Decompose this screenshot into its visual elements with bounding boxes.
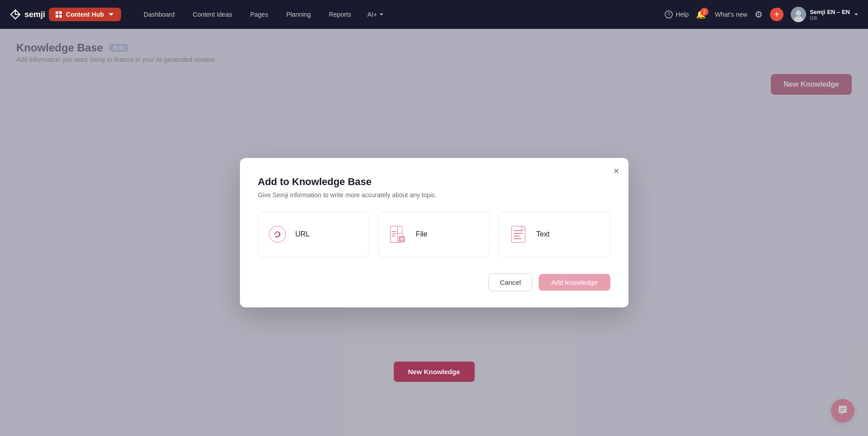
navbar-right: ? Help 🔔 2 What's new ⚙ + Semji EN – EN …	[665, 7, 859, 22]
option-text[interactable]: Text	[499, 211, 610, 257]
whats-new-button[interactable]: 🔔 2 What's new	[696, 9, 747, 19]
navbar: semji Content Hub Dashboard Content Idea…	[0, 0, 868, 29]
option-file[interactable]: File	[378, 211, 490, 257]
option-url-label: URL	[296, 230, 310, 238]
option-text-label: Text	[536, 230, 549, 238]
url-icon	[267, 224, 287, 244]
modal-footer: Cancel Add knowledge	[258, 274, 610, 291]
content-hub-label: Content Hub	[66, 11, 104, 18]
user-info: Semji EN – EN GB	[810, 9, 850, 21]
nav-pages[interactable]: Pages	[241, 6, 277, 23]
svg-rect-2	[56, 15, 58, 18]
svg-rect-1	[59, 11, 62, 14]
option-file-label: File	[416, 230, 427, 238]
modal-title: Add to Knowledge Base	[258, 176, 610, 188]
modal-dialog: × Add to Knowledge Base Give Semji infor…	[240, 158, 629, 307]
nav-reports[interactable]: Reports	[320, 6, 360, 23]
cancel-button[interactable]: Cancel	[488, 274, 532, 291]
logo-text: semji	[24, 10, 45, 19]
whats-new-label: What's new	[715, 11, 747, 18]
page-background: Knowledge Base Beta Add information you …	[0, 29, 868, 436]
text-icon	[508, 224, 528, 244]
svg-text:?: ?	[667, 12, 670, 17]
svg-point-7	[796, 10, 801, 16]
help-button[interactable]: ? Help	[665, 10, 689, 19]
nav-links: Dashboard Content Ideas Pages Planning R…	[135, 6, 665, 23]
user-name: Semji EN – EN	[810, 9, 850, 15]
nav-content-ideas[interactable]: Content Ideas	[184, 6, 241, 23]
logo[interactable]: semji	[9, 8, 45, 21]
notification-badge: 2	[700, 8, 708, 16]
add-knowledge-button[interactable]: Add knowledge	[539, 274, 610, 291]
nav-ai[interactable]: AI+	[360, 6, 391, 23]
svg-rect-3	[59, 15, 62, 18]
modal-options: URL	[258, 211, 610, 257]
add-button[interactable]: +	[770, 8, 784, 21]
bg-new-knowledge-button[interactable]: New Knowledge	[394, 362, 474, 382]
nav-dashboard[interactable]: Dashboard	[135, 6, 184, 23]
modal-close-button[interactable]: ×	[614, 166, 619, 176]
svg-rect-11	[390, 226, 398, 242]
help-label: Help	[676, 11, 689, 18]
modal-overlay: New Knowledge × Add to Knowledge Base Gi…	[0, 29, 868, 436]
svg-rect-0	[56, 11, 58, 14]
option-url[interactable]: URL	[258, 211, 370, 257]
user-locale: GB	[810, 15, 850, 21]
settings-button[interactable]: ⚙	[755, 9, 763, 20]
user-menu[interactable]: Semji EN – EN GB	[791, 7, 859, 22]
chevron-down-icon	[854, 12, 859, 17]
nav-planning[interactable]: Planning	[277, 6, 320, 23]
svg-point-9	[269, 226, 286, 242]
modal-subtitle: Give Semji information to write more acc…	[258, 191, 610, 199]
content-hub-button[interactable]: Content Hub	[49, 8, 121, 21]
file-icon	[388, 224, 408, 244]
avatar	[791, 7, 806, 22]
